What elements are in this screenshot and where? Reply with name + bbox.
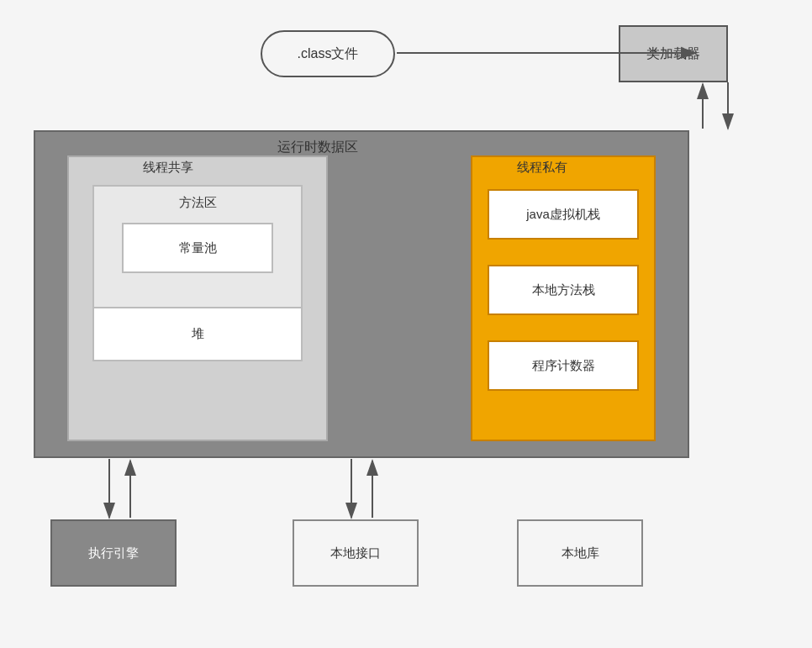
native-stack-box: 本地方法栈 bbox=[488, 265, 639, 315]
class-loader-box: 类加载器 bbox=[619, 25, 728, 82]
jvm-stack-label: java虚拟机栈 bbox=[526, 207, 600, 223]
constant-pool-label: 常量池 bbox=[179, 240, 217, 256]
exec-engine-label: 执行引擎 bbox=[88, 545, 139, 561]
method-area-label: 方法区 bbox=[179, 195, 217, 211]
exec-engine-box: 执行引擎 bbox=[50, 519, 177, 587]
heap-box: 堆 bbox=[92, 307, 303, 361]
thread-private-label: 线程私有 bbox=[517, 160, 567, 176]
native-interface-label: 本地接口 bbox=[330, 545, 381, 561]
runtime-area-label: 运行时数据区 bbox=[277, 139, 358, 156]
thread-shared-label: 线程共享 bbox=[143, 160, 193, 176]
native-library-box: 本地库 bbox=[517, 519, 643, 587]
native-library-label: 本地库 bbox=[562, 545, 599, 561]
heap-label: 堆 bbox=[192, 326, 204, 342]
native-stack-label: 本地方法栈 bbox=[532, 282, 595, 298]
native-interface-box: 本地接口 bbox=[293, 519, 419, 587]
program-counter-label: 程序计数器 bbox=[532, 358, 595, 374]
jvm-stack-box: java虚拟机栈 bbox=[488, 189, 639, 240]
class-file-box: .class文件 bbox=[261, 30, 395, 77]
class-loader-label: 类加载器 bbox=[646, 45, 700, 63]
program-counter-box: 程序计数器 bbox=[488, 340, 639, 391]
constant-pool-box: 常量池 bbox=[122, 223, 273, 273]
class-file-label: .class文件 bbox=[298, 45, 359, 63]
diagram-container: .class文件 类加载器 运行时数据区 线程共享 方法区 常量池 堆 线程私有… bbox=[0, 0, 812, 648]
